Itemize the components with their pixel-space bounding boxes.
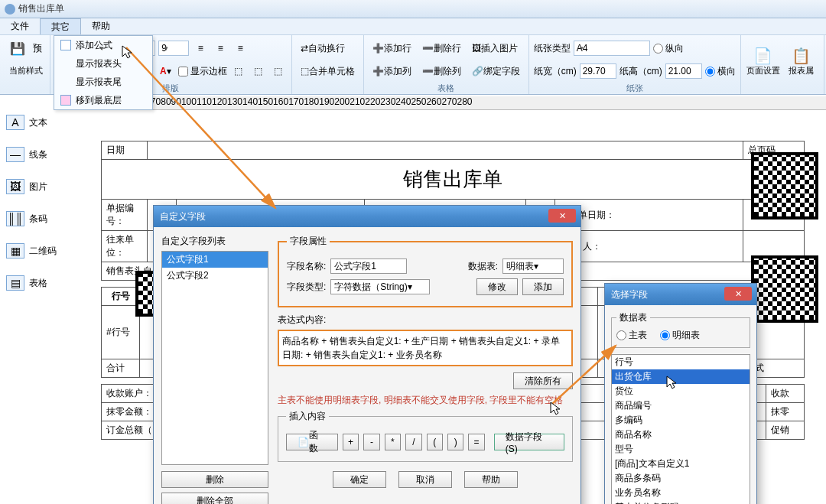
tool-image[interactable]: 🖼图片 bbox=[2, 174, 70, 199]
th-rowno[interactable]: 行号 bbox=[102, 288, 140, 306]
qrcode-tr[interactable] bbox=[751, 152, 818, 219]
delrow-button[interactable]: ➖删除行 bbox=[418, 40, 465, 57]
landscape-radio[interactable]: 横向 bbox=[705, 65, 736, 78]
op-mult[interactable]: * bbox=[385, 434, 401, 450]
papertype-combo[interactable]: A4▾ bbox=[574, 41, 650, 56]
valign-top-icon[interactable]: ⬚ bbox=[230, 63, 247, 80]
mergecell-button[interactable]: ⬚ 合并单元格 bbox=[297, 63, 359, 80]
preview-icon[interactable]: 预 bbox=[29, 40, 46, 57]
op-plus[interactable]: + bbox=[343, 434, 359, 450]
dialog-titlebar[interactable]: 自定义字段 ✕ bbox=[154, 206, 580, 227]
font-color-button[interactable]: A▾ bbox=[156, 63, 175, 80]
tool-line[interactable]: —线条 bbox=[2, 142, 70, 167]
field-select-listbox[interactable]: 行号出货仓库货位商品编号多编码商品名称型号[商品]文本自定义1商品多条码业务员名… bbox=[611, 354, 750, 504]
op-eq[interactable]: = bbox=[468, 434, 484, 450]
menu-other[interactable]: 其它 bbox=[40, 18, 81, 34]
valign-bot-icon[interactable]: ⬚ bbox=[270, 63, 287, 80]
tool-table[interactable]: ▤表格 bbox=[2, 271, 70, 295]
cell-date-label[interactable]: 日期 bbox=[102, 141, 148, 160]
expr-textarea[interactable]: 商品名称 + 销售表头自定义1: + 生产日期 + 销售表头自定义1: + 录单… bbox=[278, 330, 573, 366]
close-icon[interactable]: ✕ bbox=[724, 287, 752, 301]
tool-barcode[interactable]: ║║条码 bbox=[2, 206, 70, 231]
valign-mid-icon[interactable]: ⬚ bbox=[250, 63, 267, 80]
paperw-input[interactable]: 29.70 bbox=[580, 63, 616, 79]
clearall-button[interactable]: 清除所有 bbox=[513, 372, 573, 389]
field-listbox[interactable]: 公式字段1 公式字段2 bbox=[161, 251, 268, 465]
cell-cancelsale[interactable]: 促销 bbox=[766, 421, 805, 440]
list-item[interactable]: 公式字段1 bbox=[162, 252, 268, 268]
align-right-icon[interactable]: ≡ bbox=[232, 40, 249, 57]
modify-button[interactable]: 修改 bbox=[476, 278, 518, 295]
barcode-icon: ║║ bbox=[6, 211, 24, 226]
op-lparen[interactable]: ( bbox=[427, 434, 443, 450]
tool-qrcode[interactable]: ▦二维码 bbox=[2, 239, 70, 263]
list-item[interactable]: 出货仓库 bbox=[612, 369, 750, 384]
addcol-button[interactable]: ➕添加列 bbox=[369, 63, 415, 80]
field-property-group: 字段属性 字段名称: 公式字段1 数据表: 明细表 ▾ 字段类型: 字符数据（S… bbox=[278, 235, 573, 307]
cell-sum[interactable]: 合计 bbox=[102, 359, 140, 378]
list-item[interactable]: 公式字段2 bbox=[162, 268, 268, 284]
list-item[interactable]: 货位 bbox=[612, 384, 750, 398]
cell-recv[interactable]: 收款 bbox=[766, 385, 805, 403]
cell-atentrydate[interactable]: @录单日期： bbox=[554, 200, 743, 231]
close-icon[interactable]: ✕ bbox=[548, 209, 576, 223]
list-item[interactable]: 基本单位条形码 bbox=[612, 500, 750, 504]
pagesetup-button[interactable]: 📄页面设置 bbox=[746, 38, 781, 84]
autowrap-button[interactable]: ⇄ 自动换行 bbox=[297, 40, 349, 57]
list-item[interactable]: 型号 bbox=[612, 442, 750, 457]
addrow-button[interactable]: ➕添加行 bbox=[369, 40, 415, 57]
op-div[interactable]: / bbox=[405, 434, 421, 450]
fieldname-input[interactable]: 公式字段1 bbox=[330, 259, 407, 274]
list-item[interactable]: [商品]文本自定义1 bbox=[612, 457, 750, 471]
menu-move-bottom[interactable]: 移到最底层 bbox=[54, 91, 152, 109]
datafield-button[interactable]: 数据字段(S) bbox=[494, 434, 564, 450]
reportprop-button[interactable]: 📋报表属 bbox=[784, 38, 819, 84]
list-item[interactable]: 商品编号 bbox=[612, 398, 750, 413]
tool-text[interactable]: A文本 bbox=[2, 110, 70, 135]
bindfield-button[interactable]: 🔗绑定字段 bbox=[468, 63, 524, 80]
cell-handler[interactable]: 经 手 人： bbox=[554, 231, 743, 262]
insertpic-button[interactable]: 🖼插入图片 bbox=[468, 40, 522, 57]
fieldtype-combo[interactable]: 字符数据（String) ▾ bbox=[330, 279, 430, 294]
menu-add-formula[interactable]: 添加公式 bbox=[54, 36, 152, 54]
list-item[interactable]: 多编码 bbox=[612, 413, 750, 428]
list-item[interactable]: 行号 bbox=[612, 355, 750, 369]
add-button[interactable]: 添加 bbox=[522, 278, 564, 295]
menu-show-footer[interactable]: 显示报表尾 bbox=[54, 73, 152, 91]
cell-dealunit[interactable]: 往来单位： bbox=[102, 231, 148, 262]
paperh-input[interactable]: 21.00 bbox=[665, 63, 702, 79]
menu-show-header[interactable]: 显示报表头 bbox=[54, 54, 152, 73]
portrait-radio[interactable]: 纵向 bbox=[653, 42, 684, 55]
report-title[interactable]: 销售出库单 bbox=[102, 160, 805, 200]
list-item[interactable]: 商品多条码 bbox=[612, 471, 750, 486]
align-center-icon[interactable]: ≡ bbox=[212, 40, 229, 57]
datatable-combo[interactable]: 明细表 ▾ bbox=[502, 259, 564, 274]
list-item[interactable]: 业务员名称 bbox=[612, 486, 750, 500]
main-radio[interactable]: 主表 bbox=[616, 329, 647, 342]
save-icon[interactable]: 💾 bbox=[9, 40, 26, 57]
menu-help[interactable]: 帮助 bbox=[81, 18, 121, 34]
cell-billno[interactable]: 单据编号： bbox=[102, 200, 148, 231]
op-rparen[interactable]: ) bbox=[447, 434, 463, 450]
delete-all-button[interactable]: 删除全部 bbox=[161, 493, 268, 504]
other-dropdown: 添加公式 显示报表头 显示报表尾 移到最底层 bbox=[54, 35, 153, 110]
qrcode-mid[interactable] bbox=[751, 255, 818, 323]
op-minus[interactable]: - bbox=[363, 434, 379, 450]
menu-file[interactable]: 文件 bbox=[0, 18, 40, 34]
show-border-check[interactable]: 显示边框 bbox=[178, 65, 227, 78]
list-item[interactable]: 商品名称 bbox=[612, 428, 750, 442]
ok-button[interactable]: 确定 bbox=[333, 471, 386, 488]
delcol-button[interactable]: ➖删除列 bbox=[418, 63, 465, 80]
dialog2-titlebar[interactable]: 选择字段 ✕ bbox=[605, 284, 756, 305]
table-group-label: 表格 bbox=[369, 83, 524, 93]
detail-radio[interactable]: 明细表 bbox=[660, 329, 700, 342]
fontsize-combo[interactable]: 9▾ bbox=[158, 41, 189, 56]
cell-discount[interactable]: 抹零 bbox=[766, 403, 805, 421]
align-left-icon[interactable]: ≡ bbox=[192, 40, 209, 57]
delete-button[interactable]: 删除 bbox=[161, 471, 268, 488]
warning-text: 主表不能使用明细表字段, 明细表不能交叉使用字段, 字段里不能有空格 bbox=[278, 394, 573, 407]
help-button[interactable]: 帮助 bbox=[464, 471, 518, 488]
func-button[interactable]: 📄 函数 bbox=[286, 434, 338, 450]
cell-hashrow[interactable]: #行号 bbox=[102, 306, 140, 359]
cancel-button[interactable]: 取消 bbox=[398, 471, 452, 488]
